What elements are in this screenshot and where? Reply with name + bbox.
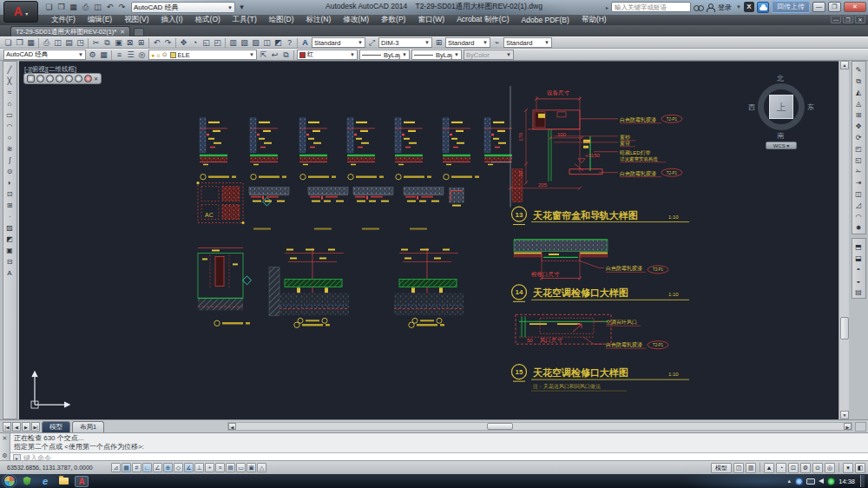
text-style-icon[interactable]: A (299, 37, 311, 49)
show-desktop-button[interactable] (860, 475, 865, 487)
undo-icon[interactable]: ↶ (104, 2, 115, 13)
open-icon[interactable]: ❒ (14, 37, 25, 49)
viewcube-top-face[interactable]: 上 (769, 95, 793, 119)
ducs-toggle[interactable]: ⊥ (194, 463, 204, 472)
trim-icon[interactable]: ✁ (856, 166, 862, 177)
annotation-monitor-toggle[interactable]: △ (257, 463, 266, 472)
tab-layout1[interactable]: 布局1 (72, 421, 104, 432)
make-block-icon[interactable]: ⊞ (7, 200, 13, 211)
wrench-icon[interactable]: ⚙ (2, 452, 7, 458)
bring-front-icon[interactable]: ⬒ (855, 241, 862, 253)
chamfer-icon[interactable]: ◿ (856, 200, 861, 211)
taskbar-autocad-icon[interactable]: A (75, 476, 89, 487)
mleader-style-combo[interactable]: Standard ▼ (503, 37, 552, 48)
3d-osnap-toggle[interactable]: ◇ (174, 463, 183, 472)
exchange-apps-icon[interactable]: X (744, 2, 754, 12)
line-icon[interactable]: ╱ (8, 64, 12, 76)
flyout-close-icon[interactable]: ✕ (94, 76, 98, 82)
vscroll-thumb[interactable] (840, 317, 849, 340)
signin-link[interactable]: 登录 (718, 3, 732, 12)
layer-properties-icon[interactable]: ≡ (114, 49, 125, 61)
zoom-window-icon[interactable] (27, 75, 35, 82)
close-icon[interactable]: ✕ (3, 435, 8, 441)
scale-icon[interactable]: ◰ (855, 143, 862, 155)
start-button[interactable] (3, 475, 16, 487)
plot-preview-icon[interactable]: ◫ (92, 2, 103, 13)
command-history[interactable]: 正在检查 630 个交点... 指定第二个点或 <使用第一个点作为位移>: (10, 433, 868, 452)
zoom-scale-icon[interactable] (46, 75, 54, 82)
osnap-toggle[interactable]: ⊕ (163, 463, 173, 472)
taskbar-clock[interactable]: 14:38 (838, 478, 855, 485)
menu-adobepdf[interactable]: Adobe PDF(B) (516, 16, 575, 24)
menu-parametric[interactable]: 参数(P) (375, 15, 411, 25)
dyn-toggle[interactable]: + (205, 463, 214, 472)
antivirus-tray-icon[interactable] (827, 478, 835, 485)
scroll-left-icon[interactable]: ◀ (228, 423, 236, 430)
make-layer-current-icon[interactable]: ⇱ (258, 49, 269, 61)
tray-expand-icon[interactable]: ▲ (786, 478, 792, 484)
plot-icon[interactable]: ⎙ (80, 2, 91, 13)
cut-icon[interactable]: ✂ (90, 37, 102, 49)
toolpalettes-icon[interactable]: ▨ (250, 37, 261, 49)
polyline-icon[interactable]: ≈ (8, 87, 11, 98)
layer-states-icon[interactable]: ☰ (125, 49, 136, 61)
mirror-icon[interactable]: ◭ (856, 87, 861, 98)
scroll-down-icon[interactable]: ▼ (840, 411, 849, 419)
linetype-combo[interactable]: ByLayer ▼ (359, 49, 410, 60)
menu-draw[interactable]: 绘图(D) (263, 15, 300, 25)
search-icon[interactable] (694, 3, 703, 12)
new-icon[interactable]: ❏ (43, 2, 55, 13)
plot-icon[interactable]: ⎙ (41, 37, 52, 49)
ortho-toggle[interactable]: ∟ (142, 463, 152, 472)
copy-object-icon[interactable]: ⧉ (856, 76, 861, 87)
insert-block-icon[interactable]: ⊡ (7, 188, 13, 200)
paste-icon[interactable]: ▣ (113, 37, 124, 49)
break-icon[interactable]: ◫ (855, 188, 862, 200)
search-arrow-icon[interactable]: ▸ (606, 4, 608, 10)
document-tab[interactable]: T2-29-SD01通用大样图REV-02(1)* ✕ (10, 26, 130, 36)
volume-icon[interactable] (819, 478, 824, 484)
toolbar-lock-icon[interactable]: ⊙ (812, 463, 823, 473)
dim-style-combo[interactable]: DIM-3 ▼ (378, 37, 432, 48)
taskbar-ie-icon[interactable]: e (38, 476, 52, 487)
polar-toggle[interactable]: ∠ (153, 463, 162, 472)
help-icon[interactable]: ? (284, 37, 295, 49)
send-back-icon[interactable]: ⬓ (855, 253, 862, 264)
lineweight-combo[interactable]: ByLayer ▼ (411, 49, 462, 60)
scroll-right-icon[interactable]: ▶ (844, 423, 852, 430)
3ddwf-icon[interactable]: ◳ (75, 37, 86, 49)
layer-combo[interactable]: ● ☼ ⊙ ELE ▼ (148, 49, 257, 60)
detail-row-1[interactable] (200, 118, 512, 180)
tab-close-icon[interactable]: ✕ (120, 27, 125, 36)
detail-15[interactable]: 50 风口尺寸 空调百叶风口 白色防霉乳胶漆 T2-P1 15 天花空调检修口大… (512, 314, 690, 391)
offset-icon[interactable]: ◬ (856, 98, 861, 109)
layer-isolate-icon[interactable]: ◎ (136, 49, 148, 61)
last-tab-icon[interactable]: ▶| (31, 422, 40, 432)
save-icon[interactable]: ▦ (68, 2, 79, 13)
zoom-out-icon[interactable] (84, 75, 92, 82)
network-icon[interactable] (795, 478, 803, 485)
fillet-icon[interactable]: ◠ (856, 211, 862, 222)
autoscale-icon[interactable]: ⊡ (788, 463, 799, 473)
detail-13[interactable]: 设备尺寸 (491, 86, 689, 225)
menu-acrobat[interactable]: Acrobat 制作(C) (450, 15, 515, 25)
close-button[interactable]: ✕ (844, 2, 866, 12)
menu-help[interactable]: 帮助(H) (575, 15, 613, 25)
arc-icon[interactable]: ◠ (7, 121, 13, 132)
workspace-settings-icon[interactable]: ⚙ (87, 49, 98, 61)
workspace-save-icon[interactable]: ▦ (98, 49, 109, 61)
taskbar-explorer-icon[interactable] (56, 476, 70, 487)
compass-west-label[interactable]: 西 (748, 102, 755, 112)
wcs-menu[interactable]: WCS ▾ (766, 142, 797, 149)
annotation-visibility-icon[interactable]: ◔ (776, 463, 786, 473)
stretch-icon[interactable]: ◱ (855, 155, 862, 166)
zoom-center-icon[interactable] (56, 75, 63, 82)
tab-model[interactable]: 模型 (42, 421, 70, 432)
menu-dimension[interactable]: 标注(N) (300, 15, 338, 25)
extend-icon[interactable]: ⇥ (856, 177, 862, 188)
annotation-scale-icon[interactable]: ▲ (764, 463, 774, 473)
menu-window[interactable]: 窗口(W) (411, 15, 450, 25)
scroll-up-icon[interactable]: ▲ (840, 61, 849, 69)
pan-icon[interactable]: ✥ (178, 37, 189, 49)
doc-minimize-icon[interactable]: — (831, 16, 841, 23)
